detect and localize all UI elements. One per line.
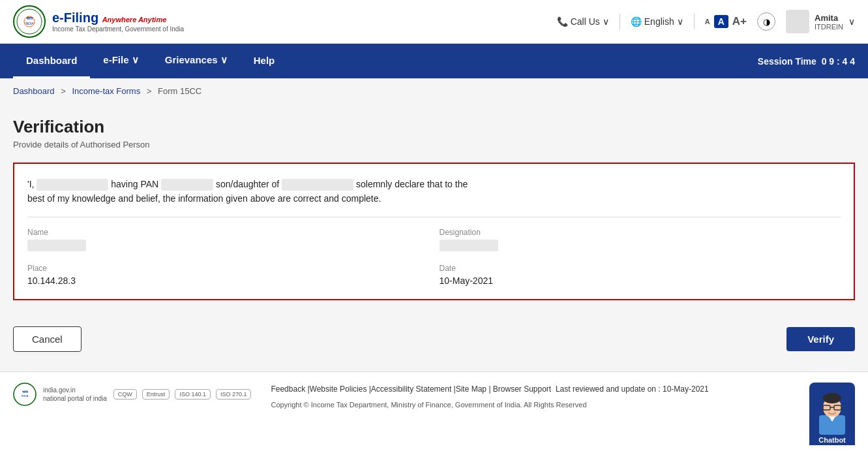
breadcrumb-dashboard[interactable]: Dashboard [13, 86, 55, 96]
chatbot-figure [809, 383, 855, 435]
footer: भारत INDIA india.gov.in national portal … [0, 371, 868, 455]
user-area[interactable]: Amita ITDREIN ∨ [786, 10, 855, 33]
cert-cqw: CQW [113, 389, 137, 400]
user-dropdown-icon: ∨ [848, 16, 855, 27]
cert-entrust: Entrust [142, 389, 170, 400]
name-field: Name [27, 228, 429, 253]
designation-field: Designation [440, 228, 841, 253]
svg-text:भारत: भारत [22, 390, 29, 394]
breadcrumb-sep-2: > [147, 86, 152, 96]
header-right: 📞 Call Us ∨ 🌐 English ∨ A A A+ ◑ Amita I… [557, 10, 855, 33]
breadcrumb-sep-1: > [61, 86, 66, 96]
verify-button[interactable]: Verify [786, 327, 855, 351]
avatar [786, 10, 809, 33]
svg-text:INDIA: INDIA [22, 394, 29, 398]
breadcrumb: Dashboard > Income-tax Forms > Form 15CC [0, 78, 868, 104]
footer-cert-logos: CQW Entrust ISO 140.1 ISO 270.1 [113, 389, 252, 400]
user-name: Amita [815, 13, 843, 23]
nav-efile[interactable]: e-File ∨ [90, 44, 151, 78]
section-divider [27, 217, 841, 217]
chatbot-area[interactable]: Chatbot [809, 383, 855, 445]
nav-help[interactable]: Help [241, 44, 288, 78]
verification-box: 'I, having PAN son/daughter of solemnly … [13, 163, 855, 300]
logo-area: भारत INDIA e-Filing Anywhere Anytime Inc… [13, 5, 184, 38]
footer-policy-links: Feedback |Website Policies |Accessibilit… [271, 383, 790, 397]
svg-text:INDIA: INDIA [25, 22, 34, 25]
call-dropdown-icon: ∨ [603, 16, 609, 27]
name-placeholder [37, 179, 108, 191]
font-small-button[interactable]: A [705, 18, 710, 25]
chatbot-avatar-icon [813, 389, 852, 435]
designation-label: Designation [440, 228, 841, 237]
font-large-button[interactable]: A+ [732, 15, 747, 28]
place-value: 10.144.28.3 [27, 275, 429, 286]
footer-links: Feedback |Website Policies |Accessibilit… [271, 383, 790, 412]
footer-logos: भारत INDIA india.gov.in national portal … [13, 383, 251, 406]
cert-iso2: ISO 270.1 [216, 389, 252, 400]
breadcrumb-current: Form 15CC [158, 86, 202, 96]
nav-dashboard[interactable]: Dashboard [13, 44, 90, 78]
pan-placeholder [161, 179, 213, 191]
emblem-icon: भारत INDIA [13, 5, 46, 38]
efiling-brand: e-Filing Anywhere Anytime [52, 10, 184, 25]
font-medium-button[interactable]: A [714, 15, 728, 28]
divider-1 [620, 14, 620, 29]
contrast-icon: ◑ [763, 17, 770, 27]
main-content: Verification Provide details of Authoris… [0, 104, 868, 371]
date-field: Date 10-May-2021 [440, 264, 841, 286]
nav-items: Dashboard e-File ∨ Grievances ∨ Help [13, 44, 288, 78]
date-label: Date [440, 264, 841, 273]
contrast-button[interactable]: ◑ [757, 12, 775, 31]
footer-emblem-icon: भारत INDIA [13, 383, 37, 406]
place-label: Place [27, 264, 429, 273]
cert-iso1: ISO 140.1 [175, 389, 211, 400]
info-grid: Name Designation Place 10.144.28.3 Date … [27, 228, 841, 286]
globe-icon: 🌐 [631, 16, 642, 27]
user-info: Amita ITDREIN [815, 13, 843, 31]
top-header: भारत INDIA e-Filing Anywhere Anytime Inc… [0, 0, 868, 44]
breadcrumb-income-tax-forms[interactable]: Income-tax Forms [72, 86, 140, 96]
date-value: 10-May-2021 [440, 275, 841, 286]
user-id: ITDREIN [815, 23, 843, 31]
font-controls: A A A+ [705, 15, 747, 28]
logo-text: e-Filing Anywhere Anytime Income Tax Dep… [52, 10, 184, 33]
name-value-placeholder [27, 240, 86, 251]
place-field: Place 10.144.28.3 [27, 264, 429, 286]
dept-label: Income Tax Department, Government of Ind… [52, 25, 184, 33]
action-row: Cancel Verify [13, 320, 855, 358]
footer-gov-text: india.gov.in national portal of india [43, 386, 107, 403]
lang-dropdown-icon: ∨ [677, 16, 683, 27]
chatbot-label[interactable]: Chatbot [809, 435, 855, 445]
call-us-button[interactable]: 📞 Call Us ∨ [557, 16, 609, 27]
cancel-button[interactable]: Cancel [13, 326, 82, 352]
designation-value-placeholder [440, 240, 498, 251]
svg-point-10 [823, 393, 841, 403]
nav-grievances[interactable]: Grievances ∨ [152, 44, 241, 78]
page-title: Verification [13, 117, 855, 137]
declaration-text: 'I, having PAN son/daughter of solemnly … [27, 177, 841, 206]
language-button[interactable]: 🌐 English ∨ [631, 16, 683, 27]
divider-2 [694, 14, 695, 29]
nav-bar: Dashboard e-File ∨ Grievances ∨ Help Ses… [0, 44, 868, 78]
footer-copyright: Copyright ©️ Income Tax Department, Mini… [271, 399, 790, 412]
page-subtitle: Provide details of Authorised Person [13, 140, 855, 149]
name-label: Name [27, 228, 429, 237]
parent-placeholder [282, 179, 353, 191]
phone-icon: 📞 [557, 16, 568, 27]
session-time: Session Time 0 9 : 4 4 [758, 56, 855, 67]
